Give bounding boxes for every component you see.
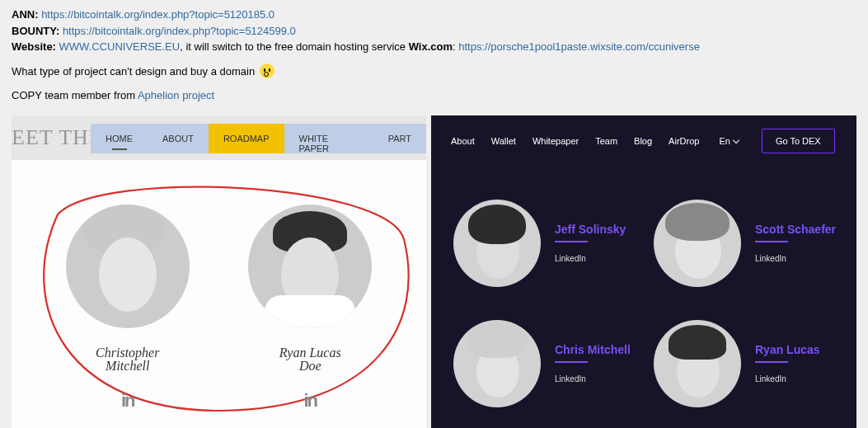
right-name-2: Scott Schaefer: [755, 223, 840, 236]
website-line: Website: WWW.CCUNIVERSE.EU, it will swit…: [12, 39, 856, 55]
bounty-line: BOUNTY: https://bitcointalk.org/index.ph…: [12, 23, 856, 40]
aphelion-link[interactable]: Aphelion project: [138, 89, 214, 101]
copy-prefix: COPY team member from: [12, 89, 138, 101]
confused-emoji-icon: [260, 63, 274, 78]
nav-roadmap-label: ROADMAP: [223, 134, 270, 143]
right-member-4: Ryan Lucas LinkedIn: [755, 343, 840, 383]
ann-link[interactable]: https://bitcointalk.org/index.php?topic=…: [41, 8, 274, 21]
divider: [555, 241, 588, 242]
nav-home-label: HOME: [106, 134, 133, 143]
bounty-link[interactable]: https://bitcointalk.org/index.php?topic=…: [63, 25, 296, 37]
linkedin-link[interactable]: LinkedIn: [555, 374, 640, 383]
divider: [755, 361, 788, 363]
wix-link[interactable]: https://porsche1pool1paste.wixsite.com/c…: [458, 40, 700, 53]
left-name-1-l1: Christopher: [96, 346, 159, 360]
left-heading: EET THE TEAM: [12, 125, 91, 150]
left-name-2-l1: Ryan Lucas: [279, 346, 341, 360]
nav-about[interactable]: ABOUT: [148, 124, 209, 153]
nav-roadmap[interactable]: ROADMAP: [209, 124, 284, 153]
rnav-airdrop[interactable]: AirDrop: [669, 136, 699, 146]
linkedin-link[interactable]: LinkedIn: [555, 254, 640, 263]
website-note: , it will switch to the free domain host…: [180, 40, 408, 53]
left-avatar-2: [248, 205, 372, 328]
left-name-2: Ryan Lucas Doe: [228, 346, 392, 374]
website-label: Website:: [12, 40, 56, 53]
ann-label: ANN:: [12, 8, 39, 21]
right-name-1: Jeff Solinsky: [555, 223, 640, 236]
right-nav: About Wallet Whitepaper Team Blog AirDro…: [431, 115, 856, 167]
left-name-1-l2: Mitchell: [106, 359, 149, 373]
right-name-4: Ryan Lucas: [755, 343, 840, 356]
left-name-1: Christopher Mitchell: [45, 346, 210, 374]
nav-home[interactable]: HOME: [91, 124, 148, 153]
ccuniverse-screenshot: EET THE TEAM HOME ABOUT ROADMAP WHITE PA…: [12, 115, 426, 429]
left-member-1: Christopher Mitchell in: [45, 205, 210, 412]
ann-line: ANN: https://bitcointalk.org/index.php?t…: [12, 7, 856, 23]
chevron-down-icon: [733, 136, 739, 143]
rnav-lang[interactable]: En: [719, 136, 738, 146]
linkedin-icon[interactable]: in: [228, 390, 392, 412]
linkedin-link[interactable]: LinkedIn: [755, 374, 840, 383]
copy-line: COPY team member from Aphelion project: [12, 87, 856, 104]
left-avatar-1: [66, 205, 190, 328]
go-to-dex-button[interactable]: Go To DEX: [762, 129, 835, 153]
rnav-lang-label: En: [719, 136, 730, 146]
divider: [755, 241, 788, 242]
wix-label: Wix.com: [409, 40, 453, 53]
nav-whitepaper-label: WHITE PAPER: [299, 134, 329, 153]
rnav-about[interactable]: About: [451, 136, 475, 146]
rnav-blog[interactable]: Blog: [634, 136, 652, 146]
right-avatar-4: [654, 320, 741, 407]
linkedin-link[interactable]: LinkedIn: [755, 254, 840, 263]
rnav-team[interactable]: Team: [595, 136, 617, 146]
question-line: What type of project can't design and bu…: [12, 63, 856, 80]
linkedin-icon[interactable]: in: [45, 390, 210, 412]
nav-partners-label: PART: [388, 134, 411, 143]
left-nav: HOME ABOUT ROADMAP WHITE PAPER PART: [91, 124, 426, 153]
rnav-wallet[interactable]: Wallet: [491, 136, 516, 146]
nav-partners[interactable]: PART: [373, 124, 426, 153]
aphelion-screenshot: About Wallet Whitepaper Team Blog AirDro…: [431, 115, 856, 429]
right-member-2: Scott Schaefer LinkedIn: [755, 223, 840, 263]
bounty-label: BOUNTY:: [12, 25, 59, 37]
right-name-3: Chris Mitchell: [555, 343, 640, 356]
question-text: What type of project can't design and bu…: [12, 63, 255, 80]
right-avatar-3: [453, 320, 541, 407]
divider: [555, 361, 588, 363]
right-avatar-2: [654, 200, 741, 287]
right-member-3: Chris Mitchell LinkedIn: [555, 343, 640, 383]
left-member-2: Ryan Lucas Doe in: [228, 205, 392, 412]
website-link[interactable]: WWW.CCUNIVERSE.EU: [59, 40, 181, 53]
right-avatar-1: [453, 200, 541, 287]
left-name-2-l2: Doe: [299, 359, 321, 373]
rnav-whitepaper[interactable]: Whitepaper: [533, 136, 579, 146]
right-member-1: Jeff Solinsky LinkedIn: [555, 223, 640, 263]
nav-whitepaper[interactable]: WHITE PAPER: [284, 124, 373, 153]
nav-about-label: ABOUT: [162, 134, 194, 143]
